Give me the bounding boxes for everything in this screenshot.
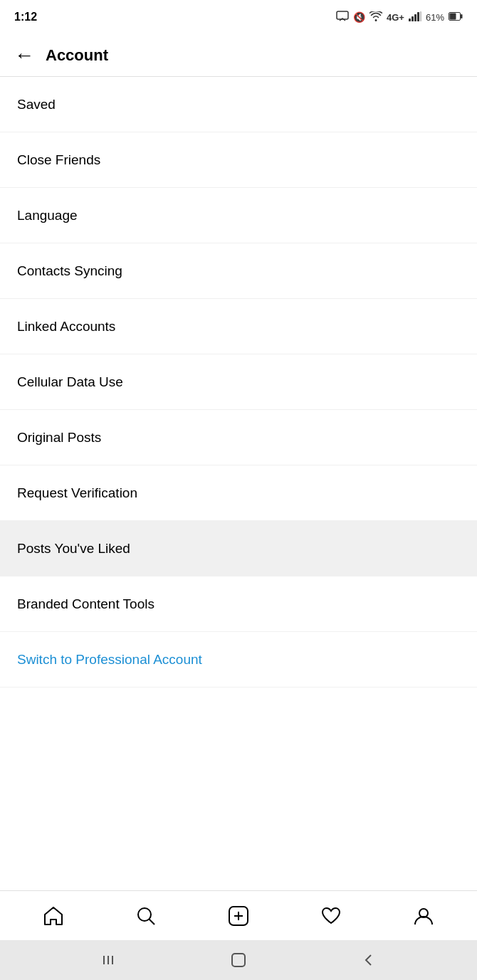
status-icons: 🔇 4G+ 61% (336, 11, 463, 24)
bottom-nav (0, 890, 477, 940)
spacer (0, 789, 477, 891)
svg-rect-4 (417, 12, 419, 21)
menu-item-branded-content-tools[interactable]: Branded Content Tools (0, 576, 477, 632)
menu-item-saved[interactable]: Saved (0, 77, 477, 132)
status-bar: 1:12 🔇 4G+ (0, 0, 477, 34)
menu-item-label-close-friends: Close Friends (17, 152, 100, 168)
menu-item-contacts-syncing[interactable]: Contacts Syncing (0, 243, 477, 299)
menu-item-label-branded-content-tools: Branded Content Tools (17, 596, 154, 612)
menu-item-label-request-verification: Request Verification (17, 485, 137, 501)
header: ← Account (0, 34, 477, 77)
status-time: 1:12 (14, 11, 37, 23)
menu-item-label-cellular-data-use: Cellular Data Use (17, 374, 123, 390)
battery-icon (449, 12, 463, 23)
battery-text: 61% (426, 12, 444, 23)
nav-home-button[interactable] (36, 898, 71, 934)
svg-rect-1 (409, 19, 411, 21)
menu-item-linked-accounts[interactable]: Linked Accounts (0, 299, 477, 354)
wifi-icon (369, 11, 382, 23)
svg-rect-5 (420, 11, 421, 21)
android-nav-bar (0, 940, 477, 980)
nav-search-button[interactable] (128, 898, 164, 934)
signal-icon (409, 11, 421, 23)
menu-item-switch-professional[interactable]: Switch to Professional Account (0, 632, 477, 687)
menu-item-label-posts-youve-liked: Posts You've Liked (17, 541, 130, 557)
menu-item-original-posts[interactable]: Original Posts (0, 410, 477, 465)
mute-icon: 🔇 (353, 11, 365, 23)
svg-rect-2 (412, 16, 414, 21)
back-button[interactable]: ← (14, 46, 34, 65)
android-back-button[interactable] (355, 946, 383, 974)
menu-item-request-verification[interactable]: Request Verification (0, 465, 477, 521)
android-recents-button[interactable] (94, 946, 122, 974)
svg-rect-3 (414, 14, 416, 21)
page-title: Account (46, 46, 108, 65)
menu-item-label-linked-accounts: Linked Accounts (17, 319, 115, 334)
menu-item-posts-youve-liked[interactable]: Posts You've Liked (0, 521, 477, 576)
menu-item-label-contacts-syncing: Contacts Syncing (17, 263, 122, 279)
menu-item-label-language: Language (17, 208, 78, 223)
menu-item-label-saved: Saved (17, 97, 56, 112)
svg-point-9 (138, 908, 151, 921)
svg-line-10 (150, 919, 155, 924)
menu-item-cellular-data-use[interactable]: Cellular Data Use (0, 354, 477, 410)
network-icon: 4G+ (387, 12, 404, 23)
message-icon (336, 11, 349, 24)
nav-likes-button[interactable] (313, 898, 349, 934)
menu-list: SavedClose FriendsLanguageContacts Synci… (0, 77, 477, 789)
menu-item-label-switch-professional: Switch to Professional Account (17, 652, 202, 668)
android-home-button[interactable] (224, 946, 253, 974)
menu-item-label-original-posts: Original Posts (17, 430, 101, 446)
svg-rect-18 (232, 954, 245, 966)
svg-rect-7 (461, 14, 463, 19)
svg-rect-8 (450, 13, 456, 19)
menu-item-close-friends[interactable]: Close Friends (0, 132, 477, 188)
nav-profile-button[interactable] (406, 898, 441, 934)
nav-add-button[interactable] (221, 898, 256, 934)
menu-item-language[interactable]: Language (0, 188, 477, 243)
